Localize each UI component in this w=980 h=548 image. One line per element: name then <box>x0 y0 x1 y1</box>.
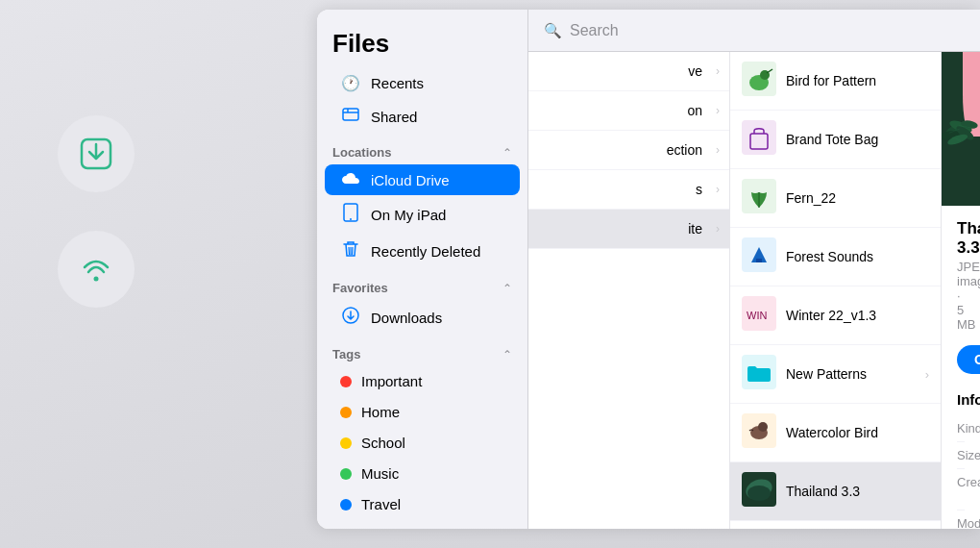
sidebar-tag-travel[interactable]: Travel <box>325 489 520 519</box>
partial-file-item-3[interactable]: ection › <box>528 131 729 170</box>
file-item[interactable]: W Size Chart <box>730 521 941 529</box>
file-thumb <box>742 120 776 159</box>
tag-label: Travel <box>361 496 401 512</box>
svg-point-23 <box>747 486 771 501</box>
search-icon: 🔍 <box>544 22 562 39</box>
preview-leaf-svg <box>942 52 980 206</box>
info-label: Created <box>957 475 980 504</box>
tag-dot <box>340 499 352 511</box>
ipad-icon <box>340 203 361 226</box>
preview-image <box>942 52 980 206</box>
sidebar-tag-home[interactable]: Home <box>325 397 520 427</box>
tags-label: Tags <box>332 347 360 361</box>
favorites-chevron: ⌃ <box>502 282 512 295</box>
wifi-icon <box>77 250 115 288</box>
tag-dot <box>340 437 352 449</box>
sidebar-tag-school[interactable]: School <box>325 428 520 458</box>
sidebar-item-ipad[interactable]: On My iPad <box>325 196 520 233</box>
info-label: Modified <box>957 516 980 529</box>
tags-list: Important Home School Music Travel Famil… <box>317 366 527 529</box>
file-chevron: › <box>925 367 929 382</box>
preview-info: Thailand 3.3.JPG JPEG image · 5 MB OPEN … <box>942 206 980 529</box>
file-item[interactable]: WIN Winter 22_v1.3 <box>730 286 941 345</box>
ipad-label: On My iPad <box>371 207 446 223</box>
sidebar-item-deleted[interactable]: Recently Deleted <box>325 234 520 268</box>
info-row: Size <box>957 442 965 469</box>
downloads-label: Downloads <box>371 310 442 326</box>
file-item[interactable]: New Patterns › <box>730 345 941 404</box>
shared-label: Shared <box>371 109 417 125</box>
downloads-icon <box>340 307 361 328</box>
preview-actions: OPEN <box>957 343 965 376</box>
locations-label: Locations <box>332 145 391 160</box>
left-icons-area <box>58 115 135 308</box>
tag-label: Family <box>361 527 404 529</box>
info-row: Created September 1... <box>957 469 965 511</box>
file-name: Thailand 3.3 <box>786 484 929 499</box>
sidebar-item-recents[interactable]: 🕐 Recents <box>325 67 520 99</box>
file-name: Watercolor Bird <box>786 425 929 440</box>
sidebar-item-downloads[interactable]: Downloads <box>325 300 520 335</box>
tag-dot <box>340 407 352 418</box>
tags-chevron: ⌃ <box>502 348 512 361</box>
info-row: Kind JP <box>957 415 965 442</box>
file-list: Bird for Pattern Brand Tote Bag Fern_22 … <box>730 52 942 529</box>
info-label: Kind <box>957 421 980 436</box>
icloud-label: iCloud Drive <box>371 172 450 188</box>
file-item[interactable]: Bird for Pattern <box>730 52 941 111</box>
file-name: New Patterns <box>786 366 916 382</box>
file-thumb <box>742 413 776 452</box>
file-thumb: WIN <box>742 296 776 335</box>
info-section-title: Information <box>957 391 980 408</box>
preview-panel: Thailand 3.3.JPG JPEG image · 5 MB OPEN … <box>942 52 980 529</box>
svg-rect-2 <box>343 109 358 120</box>
sidebar-tag-family[interactable]: Family <box>325 520 520 529</box>
svg-text:WIN: WIN <box>747 310 767 321</box>
tag-label: Home <box>361 404 400 420</box>
download-icon-circle <box>58 115 135 192</box>
recents-icon: 🕐 <box>340 74 361 92</box>
info-rows: Kind JP Size Created September 1... Modi… <box>957 415 965 529</box>
svg-point-4 <box>350 218 352 220</box>
file-name: Brand Tote Bag <box>786 132 929 147</box>
file-name: Winter 22_v1.3 <box>786 308 929 323</box>
svg-point-20 <box>758 422 768 432</box>
file-item[interactable]: Watercolor Bird <box>730 404 941 462</box>
info-label: Size <box>957 448 980 462</box>
preview-filetype: JPEG image · 5 MB <box>957 260 965 332</box>
favorites-section-header: Favorites ⌃ <box>317 269 527 299</box>
locations-section-header: Locations ⌃ <box>317 134 527 163</box>
file-name: Forest Sounds <box>786 249 929 264</box>
sidebar: Files 🕐 Recents Shared Locations ⌃ <box>317 10 528 529</box>
info-section-header: Information Share <box>957 391 965 408</box>
file-item[interactable]: Forest Sounds <box>730 228 941 286</box>
file-thumb <box>742 355 776 393</box>
shared-icon <box>340 107 361 126</box>
tags-section-header: Tags ⌃ <box>317 336 527 365</box>
download-icon <box>77 135 115 173</box>
icloud-icon <box>340 171 361 188</box>
partial-file-item-2[interactable]: on › <box>528 91 729 131</box>
wifi-icon-circle <box>58 231 135 308</box>
deleted-label: Recently Deleted <box>371 243 480 260</box>
trash-icon <box>340 240 361 262</box>
partial-file-item-1[interactable]: ve › <box>528 52 729 91</box>
file-item[interactable]: Thailand 3.3 <box>730 462 941 521</box>
file-item[interactable]: Fern_22 <box>730 169 941 228</box>
tag-dot <box>340 468 352 480</box>
svg-rect-14 <box>756 259 762 262</box>
sidebar-tag-important[interactable]: Important <box>325 366 520 396</box>
tag-dot <box>340 376 352 387</box>
sidebar-item-shared[interactable]: Shared <box>325 100 520 133</box>
file-item[interactable]: Brand Tote Bag <box>730 111 941 169</box>
partial-file-item-5[interactable]: ite › <box>528 210 729 249</box>
svg-point-1 <box>94 277 99 282</box>
open-button[interactable]: OPEN <box>957 345 980 374</box>
partial-file-item-4[interactable]: s › <box>528 170 729 210</box>
sidebar-item-icloud[interactable]: iCloud Drive <box>325 164 520 195</box>
sidebar-tag-music[interactable]: Music <box>325 459 520 488</box>
preview-filename: Thailand 3.3.JPG <box>957 219 965 258</box>
file-name: Bird for Pattern <box>786 73 929 88</box>
file-thumb <box>742 62 776 100</box>
app-title: Files <box>317 17 527 66</box>
